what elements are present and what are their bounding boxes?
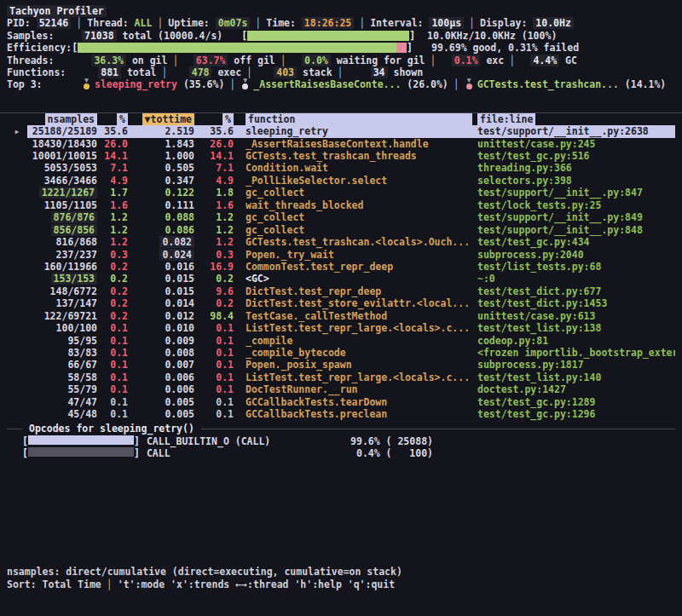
header-tottime-sorted[interactable]: ▼tottime	[142, 113, 194, 125]
tottime-value: 0.006	[165, 371, 194, 383]
tottime-value: 2.519	[165, 125, 194, 137]
selected-row-marker	[7, 249, 27, 261]
table-row[interactable]: 122/69721 0.2 0.012 98.4 TestCase._callT…	[7, 310, 675, 322]
samples-progress-bar	[247, 31, 409, 41]
table-row[interactable]: 66/67 0.1 0.007 0.1 Popen._posix_spawn s…	[7, 359, 675, 371]
table-row[interactable]: 3466/3466 4.9 0.347 4.9 _PollLikeSelecto…	[7, 175, 675, 187]
opcode-row: []CALL0.4% ( 100)	[7, 447, 433, 459]
function-name: GCCallbackTests.tearDown	[234, 396, 472, 408]
header-file-line[interactable]: file:line	[477, 113, 535, 125]
table-row[interactable]: 5053/5053 7.1 0.505 7.1 Condition.wait t…	[7, 162, 675, 174]
table-row[interactable]: 137/147 0.2 0.014 0.2 DictTest.test_stor…	[7, 297, 675, 309]
direct-percent-value: 7.1	[97, 162, 128, 174]
file-line: test/test_gc.py:1296	[472, 408, 675, 420]
nsamples-value: 1221/1267	[39, 187, 97, 199]
file-line: test/test_list.py:140	[472, 371, 675, 383]
table-row[interactable]: 45/48 0.1 0.005 0.1 GCCallbackTests.prec…	[7, 408, 675, 420]
tottime-value: 0.015	[165, 273, 194, 285]
cumulative-percent-value: 0.2	[194, 297, 234, 309]
table-row[interactable]: 100/100 0.1 0.010 0.1 ListTest.test_repr…	[7, 322, 675, 334]
cumulative-percent-value: 14.1	[194, 150, 234, 162]
table-row[interactable]: 153/153 0.2 0.015 0.2 <GC> ~:0	[7, 273, 675, 285]
separator: │	[504, 55, 520, 66]
table-row[interactable]: 856/856 1.2 0.086 1.2 gc_collect test/su…	[7, 224, 675, 236]
separator: │	[425, 55, 442, 66]
opcode-percent: 0.4% ( 100)	[356, 447, 433, 459]
tottime-value: 0.010	[165, 322, 194, 334]
tottime-value: 1.843	[165, 138, 194, 150]
nsamples-value: 18430/18430	[32, 138, 97, 150]
table-row[interactable]: 47/47 0.1 0.005 0.1 GCCallbackTests.tear…	[7, 396, 675, 408]
bar-close-bracket: ]	[134, 435, 140, 447]
tottime-value: 0.007	[165, 359, 194, 371]
function-name: DictTest.test_repr_deep	[234, 285, 472, 297]
table-row[interactable]: 83/83 0.1 0.008 0.1 _compile_bytecode <f…	[7, 347, 675, 359]
selected-row-marker	[7, 347, 27, 359]
display-label: Display:	[480, 17, 527, 29]
header-cumulative-percent[interactable]: %	[223, 113, 234, 125]
gc-percent: 4.4%	[530, 55, 559, 66]
samples-total: 71038	[82, 30, 117, 42]
file-line: selectors.py:398	[472, 175, 675, 187]
table-row[interactable]: 816/868 1.2 0.082 1.2 GCTests.test_trash…	[7, 236, 675, 248]
table-row[interactable]: 1221/1267 1.7 0.122 1.8 gc_collect test/…	[7, 187, 675, 199]
cumulative-percent-value: 7.1	[194, 162, 234, 174]
interval-label: Interval:	[370, 17, 423, 29]
table-row[interactable]: 10001/10015 14.1 1.000 14.1 GCTests.test…	[7, 150, 675, 162]
cumulative-percent-value: 1.2	[194, 236, 234, 248]
tottime-value: 0.008	[165, 347, 194, 359]
direct-percent-value: 0.1	[97, 347, 128, 359]
functions-shown: 34	[371, 66, 388, 78]
separator: │	[71, 17, 87, 29]
opcode-bar-fill-0	[28, 435, 134, 445]
table-row[interactable]: 18430/18430 26.0 1.843 26.0 _AssertRaise…	[7, 138, 675, 150]
header-nsamples[interactable]: nsamples	[45, 113, 97, 125]
top3-function[interactable]: GCTests.test_trashcan...	[477, 78, 619, 90]
function-name: ListTest.test_repr_large.<locals>.c...	[234, 371, 472, 383]
table-row[interactable]: 95/95 0.1 0.009 0.1 _compile codeop.py:8…	[7, 335, 675, 347]
direct-percent-value: 0.2	[97, 261, 128, 273]
tottime-value: 0.015	[165, 285, 194, 297]
functions-stack: 403	[274, 66, 297, 78]
thread-value[interactable]: ALL	[135, 17, 153, 29]
table-row[interactable]: 1105/1105 1.6 0.111 1.6 wait_threads_blo…	[7, 199, 675, 211]
header-direct-percent[interactable]: %	[117, 113, 128, 125]
function-name: wait_threads_blocked	[234, 199, 472, 211]
separator: │	[464, 17, 480, 29]
selected-row-marker	[7, 187, 27, 199]
top2-function[interactable]: _AssertRaisesBaseConte...	[253, 78, 401, 90]
direct-percent-value: 0.2	[97, 297, 128, 309]
tottime-value: 0.012	[165, 310, 194, 322]
table-row[interactable]: 237/237 0.3 0.024 0.3 Popen._try_wait su…	[7, 249, 675, 261]
opcode-bar	[28, 435, 134, 445]
direct-percent-value: 0.3	[97, 249, 128, 261]
header-function[interactable]: function	[246, 113, 472, 125]
tottime-value: 0.014	[165, 297, 194, 309]
cumulative-percent-value: 0.1	[194, 383, 234, 395]
cumulative-percent-value: 0.2	[194, 273, 234, 285]
file-line: test/list_tests.py:68	[472, 261, 675, 273]
table-row[interactable]: 160/11966 0.2 0.016 16.9 CommonTest.test…	[7, 261, 675, 273]
function-name: ListTest.test_repr_large.<locals>.c...	[234, 322, 472, 334]
tottime-value: 0.347	[165, 175, 194, 187]
tottime-value: 0.016	[165, 261, 194, 273]
top1-function[interactable]: sleeping_retry	[95, 78, 177, 90]
nsamples-value: 153/153	[51, 273, 97, 285]
table-row[interactable]: 55/79 0.1 0.006 0.1 DocTestRunner.__run …	[7, 383, 675, 395]
nsamples-value: 100/100	[56, 322, 97, 334]
selected-row-marker	[7, 224, 27, 236]
bar-open-bracket: [	[241, 30, 247, 42]
function-name: _compile_bytecode	[234, 347, 472, 359]
separator: │	[332, 66, 349, 78]
table-row[interactable]: 58/58 0.1 0.006 0.1 ListTest.test_repr_l…	[7, 371, 675, 383]
table-row[interactable]: ▸ 25188/25189 35.6 2.519 35.6 sleeping_r…	[7, 125, 675, 137]
opcode-percent: 99.6% ( 25088)	[350, 435, 433, 447]
direct-percent-value: 4.9	[97, 175, 128, 187]
table-row[interactable]: 876/876 1.2 0.088 1.2 gc_collect test/su…	[7, 211, 675, 223]
direct-percent-value: 1.2	[97, 211, 128, 223]
function-name: TestCase._callTestMethod	[234, 310, 472, 322]
file-line: codeop.py:81	[472, 335, 675, 347]
nsamples-value: 137/147	[56, 297, 97, 309]
function-name: GCTests.test_trashcan.<locals>.Ouch...	[234, 236, 472, 248]
table-row[interactable]: 148/6772 0.2 0.015 9.6 DictTest.test_rep…	[7, 285, 675, 297]
